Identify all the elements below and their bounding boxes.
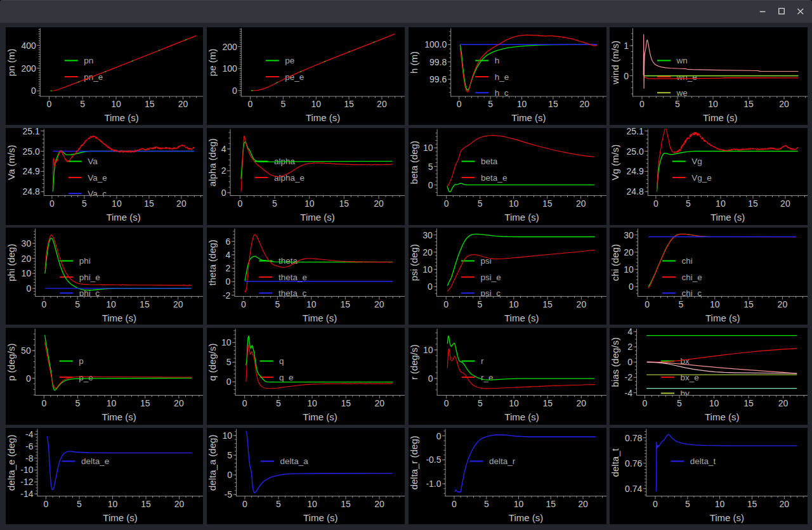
svg-text:15: 15 xyxy=(344,99,354,109)
svg-text:5: 5 xyxy=(484,499,489,509)
svg-text:0: 0 xyxy=(242,398,247,408)
svg-text:10: 10 xyxy=(221,337,232,347)
svg-text:delta_r (deg): delta_r (deg) xyxy=(409,436,419,489)
svg-text:Time (s): Time (s) xyxy=(303,512,337,523)
svg-text:p (deg/s): p (deg/s) xyxy=(6,344,16,381)
svg-text:15: 15 xyxy=(144,198,154,209)
svg-text:0: 0 xyxy=(227,470,232,480)
svg-text:20: 20 xyxy=(779,99,789,109)
svg-text:chi (deg): chi (deg) xyxy=(610,244,620,281)
svg-text:0: 0 xyxy=(226,276,231,287)
svg-text:pn: pn xyxy=(84,56,93,65)
svg-text:0: 0 xyxy=(428,180,433,190)
svg-text:0.78: 0.78 xyxy=(625,433,642,443)
svg-text:10: 10 xyxy=(423,345,433,355)
svg-text:phi_e: phi_e xyxy=(79,273,100,282)
svg-text:10: 10 xyxy=(304,198,315,209)
svg-text:15: 15 xyxy=(748,198,758,209)
svg-text:r_e: r_e xyxy=(481,373,494,382)
svg-text:25.0: 25.0 xyxy=(23,146,40,157)
svg-text:Time (s): Time (s) xyxy=(104,112,138,123)
svg-text:10: 10 xyxy=(106,299,116,309)
svg-text:-4: -4 xyxy=(625,388,633,398)
svg-text:-6: -6 xyxy=(25,441,34,451)
svg-text:15: 15 xyxy=(140,398,150,408)
svg-text:wind (m/s): wind (m/s) xyxy=(610,41,620,85)
svg-text:0: 0 xyxy=(436,431,442,441)
svg-text:-8: -8 xyxy=(25,453,34,463)
svg-text:20: 20 xyxy=(374,499,384,509)
svg-text:0: 0 xyxy=(49,198,55,209)
svg-text:Time (s): Time (s) xyxy=(504,411,539,422)
svg-text:10: 10 xyxy=(509,398,519,408)
svg-text:0: 0 xyxy=(428,373,433,384)
svg-text:10: 10 xyxy=(423,143,433,153)
svg-text:5: 5 xyxy=(478,299,483,309)
svg-text:10: 10 xyxy=(715,499,725,509)
svg-text:10: 10 xyxy=(708,99,718,109)
svg-text:15: 15 xyxy=(141,499,151,509)
svg-text:20: 20 xyxy=(577,299,587,309)
svg-text:theta_e: theta_e xyxy=(278,273,307,282)
svg-text:0: 0 xyxy=(643,398,648,408)
svg-text:Time (s): Time (s) xyxy=(509,512,543,523)
svg-text:2: 2 xyxy=(221,165,226,176)
svg-text:0: 0 xyxy=(31,86,36,96)
svg-text:0: 0 xyxy=(26,373,31,384)
svg-text:r: r xyxy=(481,356,484,366)
svg-text:5: 5 xyxy=(82,198,87,209)
svg-text:0: 0 xyxy=(242,499,247,509)
svg-text:5: 5 xyxy=(679,299,684,309)
svg-text:15: 15 xyxy=(341,299,351,309)
svg-text:-2: -2 xyxy=(625,372,633,382)
svg-text:0: 0 xyxy=(44,499,49,509)
svg-text:10: 10 xyxy=(716,198,726,209)
svg-text:0: 0 xyxy=(627,357,632,367)
svg-text:0: 0 xyxy=(444,198,449,209)
svg-text:15: 15 xyxy=(341,499,351,509)
svg-text:q: q xyxy=(279,356,284,366)
svg-text:0: 0 xyxy=(226,377,232,387)
svg-text:0: 0 xyxy=(41,398,46,408)
svg-text:10: 10 xyxy=(112,198,122,209)
svg-text:phi (deg): phi (deg) xyxy=(6,244,16,281)
svg-text:0: 0 xyxy=(26,283,31,294)
svg-text:4: 4 xyxy=(627,328,632,337)
svg-text:p: p xyxy=(79,356,84,366)
svg-text:delta_r: delta_r xyxy=(489,456,516,466)
svg-text:-1.0: -1.0 xyxy=(426,479,441,489)
svg-text:Time (s): Time (s) xyxy=(102,313,136,323)
svg-text:Time (s): Time (s) xyxy=(303,313,337,323)
svg-text:5: 5 xyxy=(227,450,232,460)
svg-text:20: 20 xyxy=(22,254,32,264)
svg-text:15: 15 xyxy=(542,198,553,209)
svg-text:0: 0 xyxy=(645,299,650,309)
svg-text:Time (s): Time (s) xyxy=(710,212,745,223)
svg-text:200: 200 xyxy=(222,42,237,52)
svg-text:0: 0 xyxy=(428,281,433,292)
svg-text:20: 20 xyxy=(374,299,384,309)
svg-text:30: 30 xyxy=(624,230,634,240)
svg-text:Time (s): Time (s) xyxy=(504,313,539,323)
svg-text:5: 5 xyxy=(478,198,483,209)
svg-text:0: 0 xyxy=(221,188,226,198)
svg-text:delta_e (deg): delta_e (deg) xyxy=(6,435,16,491)
svg-text:wn_e: wn_e xyxy=(676,72,697,82)
svg-text:5: 5 xyxy=(80,99,85,109)
svg-text:0: 0 xyxy=(653,499,658,509)
svg-text:0.76: 0.76 xyxy=(625,458,642,469)
svg-text:pe: pe xyxy=(285,56,294,65)
svg-text:pe (m): pe (m) xyxy=(207,49,218,76)
svg-text:10: 10 xyxy=(108,499,118,509)
svg-text:15: 15 xyxy=(145,99,155,109)
svg-text:Time (s): Time (s) xyxy=(306,112,340,123)
svg-text:15: 15 xyxy=(341,398,351,408)
svg-text:15: 15 xyxy=(542,398,553,408)
svg-text:phi: phi xyxy=(79,256,91,266)
svg-text:0: 0 xyxy=(639,99,645,109)
svg-text:beta_e: beta_e xyxy=(481,173,507,183)
svg-text:Va_e: Va_e xyxy=(88,173,107,183)
svg-text:24.9: 24.9 xyxy=(627,166,644,176)
svg-text:Time (s): Time (s) xyxy=(303,411,337,422)
svg-text:20: 20 xyxy=(780,499,790,509)
